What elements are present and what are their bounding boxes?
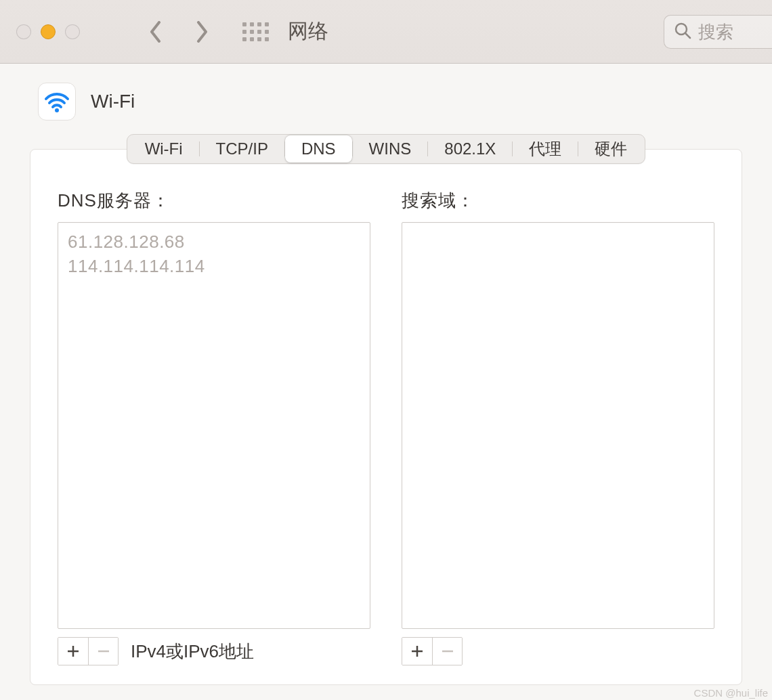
minimize-window-button[interactable] <box>41 24 56 39</box>
wifi-icon <box>38 83 76 121</box>
add-domain-button[interactable] <box>402 638 432 665</box>
tabs: Wi-Fi TCP/IP DNS WINS 802.1X 代理 硬件 <box>127 134 646 164</box>
close-window-button[interactable] <box>16 24 31 39</box>
dns-server-entry[interactable]: 114.114.114.114 <box>68 254 360 278</box>
interface-name: Wi-Fi <box>91 91 135 112</box>
dns-servers-column: DNS服务器： 61.128.128.68 114.114.114.114 I <box>58 189 370 665</box>
svg-point-2 <box>55 108 59 112</box>
maximize-window-button[interactable] <box>65 24 80 39</box>
search-domains-list[interactable] <box>402 222 714 629</box>
search-field[interactable]: 搜索 <box>664 15 772 49</box>
domain-add-remove-group <box>402 637 463 665</box>
tab-tcpip[interactable]: TCP/IP <box>200 135 284 162</box>
window-title: 网络 <box>288 18 328 45</box>
search-placeholder: 搜索 <box>698 20 733 44</box>
tab-hardware[interactable]: 硬件 <box>578 135 643 162</box>
svg-line-1 <box>685 33 690 38</box>
tab-proxy[interactable]: 代理 <box>513 135 578 162</box>
remove-domain-button[interactable] <box>432 638 462 665</box>
tab-wins[interactable]: WINS <box>353 135 428 162</box>
tab-wifi[interactable]: Wi-Fi <box>129 135 199 162</box>
search-domains-column: 搜索域： <box>402 189 714 665</box>
settings-panel: DNS服务器： 61.128.128.68 114.114.114.114 I <box>30 149 742 685</box>
remove-dns-button[interactable] <box>88 638 118 665</box>
interface-header: Wi-Fi <box>0 83 772 121</box>
tab-8021x[interactable]: 802.1X <box>428 135 512 162</box>
dns-hint: IPv4或IPv6地址 <box>131 640 254 663</box>
nav-arrows <box>148 24 210 40</box>
add-dns-button[interactable] <box>58 638 88 665</box>
content-area: Wi-Fi Wi-Fi TCP/IP DNS WINS 802.1X 代理 硬件… <box>0 64 772 700</box>
back-button[interactable] <box>148 24 164 40</box>
tab-dns[interactable]: DNS <box>285 135 352 162</box>
search-domains-label: 搜索域： <box>402 189 714 213</box>
dns-servers-label: DNS服务器： <box>58 189 370 213</box>
search-icon <box>674 22 691 42</box>
dns-servers-list[interactable]: 61.128.128.68 114.114.114.114 <box>58 222 370 629</box>
dns-server-entry[interactable]: 61.128.128.68 <box>68 229 360 254</box>
show-all-prefs-button[interactable] <box>242 22 269 41</box>
titlebar: 网络 搜索 <box>0 0 772 64</box>
dns-add-remove-group <box>58 637 119 665</box>
forward-button[interactable] <box>194 24 210 40</box>
watermark: CSDN @hui_life <box>694 687 768 699</box>
traffic-lights <box>16 24 80 39</box>
